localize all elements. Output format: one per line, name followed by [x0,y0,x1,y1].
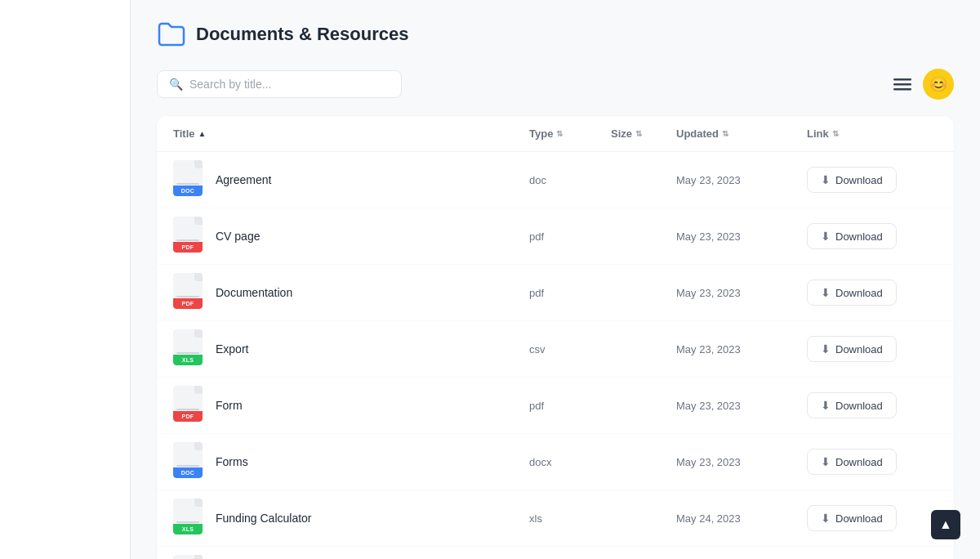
file-name: Export [216,342,248,356]
type-cell: doc [529,174,611,186]
download-button[interactable]: ⬇ Download [807,392,897,418]
col-link[interactable]: Link ⇅ [807,127,938,140]
file-badge: DOC [173,186,203,196]
svg-rect-2 [893,88,911,91]
search-icon: 🔍 [169,78,183,91]
avatar-icon: 😊 [929,75,947,93]
download-button[interactable]: ⬇ Download [807,336,897,362]
file-name: Agreement [216,173,271,186]
table-row: XLS Export csv May 23, 2023 ⬇ Download [157,321,954,378]
file-cell: XLS Export [173,329,529,369]
file-icon-paper: PDF [173,217,203,253]
sort-size-icon: ⇅ [635,129,642,138]
file-badge: XLS [173,524,203,534]
table-row: XLS Funding Calculator xls May 24, 2023 … [157,490,954,547]
file-name: Funding Calculator [216,512,312,525]
type-cell: pdf [529,287,611,299]
file-line [176,296,199,297]
type-cell: xls [529,512,611,525]
svg-rect-1 [893,83,911,86]
col-type[interactable]: Type ⇅ [529,127,611,140]
folder-icon [157,20,186,49]
file-badge: PDF [173,411,203,422]
file-icon-paper: XLS [173,499,203,534]
file-cell: JPG icons [173,555,529,559]
date-cell: May 23, 2023 [676,230,807,243]
page-header: Documents & Resources [157,20,954,49]
table-row: DOC Agreement doc May 23, 2023 ⬇ Downloa… [157,152,954,208]
type-cell: docx [529,456,611,468]
table-row: PDF Documentation pdf May 23, 2023 ⬇ Dow… [157,265,954,321]
col-title[interactable]: Title ▲ [173,127,529,140]
type-cell: pdf [529,230,611,243]
toolbar: 🔍 😊 [157,69,954,100]
date-cell: May 23, 2023 [676,287,807,299]
download-label: Download [835,512,883,525]
file-icon: PDF [173,273,206,312]
file-icon: JPG [173,555,206,559]
download-button[interactable]: ⬇ Download [807,223,897,249]
sidebar [0,0,131,559]
file-cell: PDF Form [173,386,529,425]
link-cell: ⬇ Download [807,392,938,418]
table-row: JPG icons png May 23, 2023 ⬇ Download [157,547,954,559]
documents-table: Title ▲ Type ⇅ Size ⇅ Updated ⇅ Link ⇅ [157,116,954,559]
date-cell: May 23, 2023 [676,400,807,412]
file-cell: PDF CV page [173,217,529,256]
download-button[interactable]: ⬇ Download [807,167,897,193]
download-icon: ⬇ [821,455,831,468]
file-icon-paper: JPG [173,555,203,559]
file-icon: PDF [173,386,206,425]
scroll-to-top-button[interactable]: ▲ [931,510,960,539]
file-icon: XLS [173,499,206,538]
file-line [176,352,199,354]
download-label: Download [835,456,883,468]
file-name: CV page [216,230,260,243]
file-line [176,465,199,467]
table-row: PDF CV page pdf May 23, 2023 ⬇ Download [157,208,954,265]
menu-button[interactable] [889,70,916,98]
file-icon: DOC [173,442,206,481]
download-label: Download [835,400,883,412]
avatar-button[interactable]: 😊 [923,69,954,100]
search-container: 🔍 [157,70,402,98]
file-name: Forms [216,455,248,468]
download-button[interactable]: ⬇ Download [807,280,897,306]
download-label: Download [835,343,883,356]
file-badge: PDF [173,298,203,309]
download-button[interactable]: ⬇ Download [807,449,897,475]
link-cell: ⬇ Download [807,280,938,306]
file-cell: DOC Forms [173,442,529,481]
col-updated[interactable]: Updated ⇅ [676,127,807,140]
download-icon: ⬇ [821,230,831,243]
file-cell: DOC Agreement [173,160,529,199]
file-name: Documentation [216,286,292,299]
file-icon-paper: PDF [173,386,203,422]
file-line [176,521,199,523]
col-size[interactable]: Size ⇅ [611,127,676,140]
file-name: Form [216,399,243,412]
file-badge: PDF [173,242,203,253]
file-icon-paper: DOC [173,442,203,478]
page-title: Documents & Resources [196,24,408,45]
date-cell: May 23, 2023 [676,456,807,468]
download-button[interactable]: ⬇ Download [807,505,897,531]
table-row: DOC Forms docx May 23, 2023 ⬇ Download [157,434,954,490]
hamburger-icon [893,75,911,93]
download-label: Download [835,287,883,299]
date-cell: May 23, 2023 [676,174,807,186]
sort-title-icon: ▲ [198,129,207,138]
sort-type-icon: ⇅ [556,129,563,138]
file-icon-paper: XLS [173,329,203,365]
download-label: Download [835,230,883,243]
date-cell: May 24, 2023 [676,512,807,525]
download-icon: ⬇ [821,342,831,356]
download-icon: ⬇ [821,173,831,186]
search-input[interactable] [189,78,390,91]
sort-link-icon: ⇅ [832,129,839,138]
file-icon-paper: DOC [173,160,203,196]
file-badge: DOC [173,467,203,478]
sort-updated-icon: ⇅ [722,129,728,138]
table-row: PDF Form pdf May 23, 2023 ⬇ Download [157,378,954,434]
file-icon: PDF [173,217,206,256]
